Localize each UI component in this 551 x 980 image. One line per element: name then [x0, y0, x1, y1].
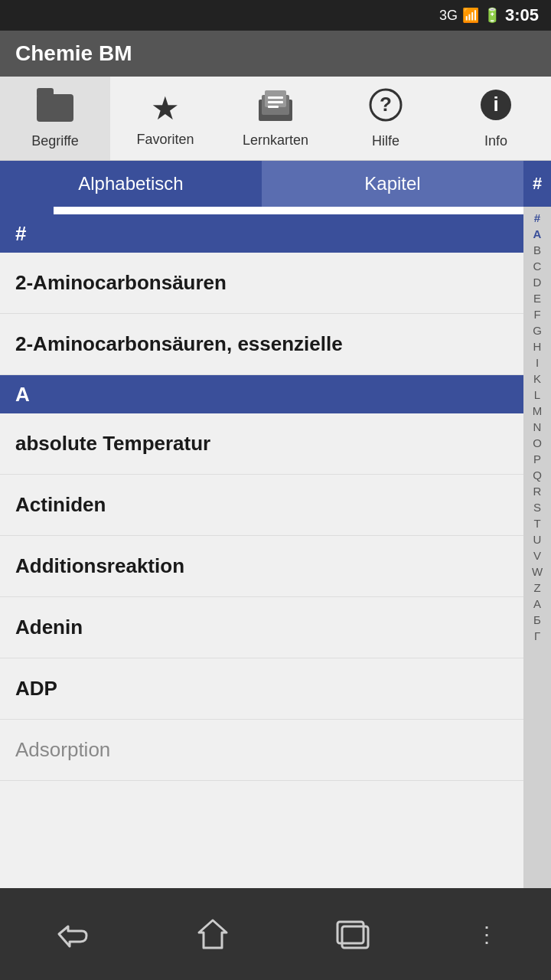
- alpha-cyr-a[interactable]: А: [523, 596, 551, 612]
- list-item[interactable]: Adsorption: [0, 720, 523, 781]
- alpha-W[interactable]: W: [523, 564, 551, 580]
- list-item[interactable]: Adenin: [0, 597, 523, 658]
- section-hash-label: #: [15, 222, 26, 246]
- alpha-O[interactable]: O: [523, 435, 551, 451]
- back-button[interactable]: [53, 920, 91, 948]
- alpha-I[interactable]: I: [523, 354, 551, 371]
- section-a-label: A: [15, 383, 30, 407]
- network-signal: 3G: [439, 8, 458, 24]
- alpha-hash[interactable]: #: [523, 210, 551, 226]
- alpha-T[interactable]: T: [523, 515, 551, 531]
- alpha-index: # A B C D E F G H I K L M N O P Q R S T …: [523, 207, 551, 888]
- tab-hilfe[interactable]: ? Hilfe: [331, 77, 441, 160]
- tab-lernkarten-label: Lernkarten: [243, 132, 308, 149]
- list-item-text: Adsorption: [15, 738, 110, 762]
- tab-begriffe-label: Begriffe: [31, 133, 79, 149]
- list-item-text: Actiniden: [15, 493, 106, 517]
- alpha-P[interactable]: P: [523, 451, 551, 467]
- home-button[interactable]: [196, 917, 230, 951]
- signal-bars: 📶: [462, 7, 479, 24]
- list-item-text: Additionsreaktion: [15, 554, 184, 578]
- alpha-K[interactable]: K: [523, 371, 551, 387]
- clock: 3:05: [505, 5, 539, 25]
- alpha-N[interactable]: N: [523, 419, 551, 435]
- star-icon: ★: [151, 90, 180, 127]
- alpha-header-hash: #: [523, 161, 551, 207]
- list-item-text: ADP: [15, 677, 57, 701]
- recent-button[interactable]: [334, 919, 371, 949]
- alpha-Z[interactable]: Z: [523, 580, 551, 596]
- alpha-cyr-g[interactable]: Г: [523, 628, 551, 644]
- list-item[interactable]: Actiniden: [0, 475, 523, 536]
- svg-rect-5: [268, 96, 283, 99]
- dots-icon: ⋮: [476, 922, 499, 947]
- svg-text:i: i: [493, 93, 498, 116]
- svg-rect-1: [37, 88, 54, 97]
- alpha-S[interactable]: S: [523, 499, 551, 515]
- section-a: A: [0, 375, 523, 413]
- svg-rect-7: [268, 106, 279, 108]
- tab-info-label: Info: [484, 133, 507, 149]
- sub-tab-kapitel[interactable]: Kapitel: [262, 161, 523, 207]
- alpha-A[interactable]: A: [523, 226, 551, 242]
- tab-info[interactable]: i Info: [441, 77, 551, 160]
- svg-rect-6: [268, 101, 283, 103]
- status-bar: 3G 📶 🔋 3:05: [0, 0, 551, 31]
- alpha-D[interactable]: D: [523, 274, 551, 290]
- list-item[interactable]: absolute Temperatur: [0, 413, 523, 475]
- list-item[interactable]: ADP: [0, 658, 523, 720]
- svg-text:?: ?: [380, 93, 392, 116]
- begriffe-icon: [37, 88, 73, 129]
- alpha-Q[interactable]: Q: [523, 467, 551, 483]
- bottom-nav: ⋮: [0, 888, 551, 980]
- sub-tab-alphabetisch-label: Alphabetisch: [78, 173, 183, 194]
- list-item-text: 2-Aminocarbonsäuren: [15, 271, 227, 295]
- alpha-C[interactable]: C: [523, 258, 551, 274]
- list-item-text: Adenin: [15, 616, 83, 639]
- tab-bar: Begriffe ★ Favoriten Lernkarten ? Hilf: [0, 77, 551, 161]
- tab-lernkarten[interactable]: Lernkarten: [220, 77, 331, 160]
- tab-hilfe-label: Hilfe: [372, 133, 399, 149]
- sub-tab-bar: Alphabetisch Kapitel #: [0, 161, 551, 207]
- lernkarten-icon: [257, 89, 294, 128]
- app-bar: Chemie BM: [0, 31, 551, 77]
- info-icon: i: [479, 88, 513, 129]
- list-item-text: absolute Temperatur: [15, 432, 210, 456]
- alpha-H[interactable]: H: [523, 338, 551, 354]
- list-item[interactable]: 2-Aminocarbonsäuren: [0, 253, 523, 314]
- list-area: # 2-Aminocarbonsäuren 2-Aminocarbonsäure…: [0, 214, 523, 888]
- section-hash: #: [0, 214, 523, 253]
- list-item[interactable]: Additionsreaktion: [0, 536, 523, 597]
- alpha-U[interactable]: U: [523, 531, 551, 547]
- list-item-text: 2-Aminocarbonsäuren, essenzielle: [15, 332, 343, 356]
- alpha-M[interactable]: M: [523, 403, 551, 419]
- alpha-E[interactable]: E: [523, 290, 551, 306]
- alpha-F[interactable]: F: [523, 306, 551, 322]
- battery-icon: 🔋: [484, 7, 500, 24]
- status-icons: 3G 📶 🔋 3:05: [439, 5, 539, 25]
- tab-favoriten[interactable]: ★ Favoriten: [110, 77, 220, 160]
- tab-favoriten-label: Favoriten: [136, 132, 194, 148]
- alpha-L[interactable]: L: [523, 387, 551, 403]
- list-item[interactable]: 2-Aminocarbonsäuren, essenzielle: [0, 314, 523, 375]
- sub-tab-alphabetisch[interactable]: Alphabetisch: [0, 161, 262, 207]
- sub-tab-kapitel-label: Kapitel: [364, 173, 420, 194]
- tab-begriffe[interactable]: Begriffe: [0, 77, 110, 160]
- menu-button[interactable]: ⋮: [476, 922, 499, 947]
- question-icon: ?: [369, 88, 403, 129]
- alpha-B[interactable]: B: [523, 242, 551, 258]
- alpha-cyr-b[interactable]: Б: [523, 612, 551, 628]
- alpha-V[interactable]: V: [523, 547, 551, 564]
- svg-rect-0: [37, 94, 73, 122]
- app-title: Chemie BM: [15, 41, 132, 66]
- alpha-G[interactable]: G: [523, 322, 551, 338]
- alpha-R[interactable]: R: [523, 483, 551, 499]
